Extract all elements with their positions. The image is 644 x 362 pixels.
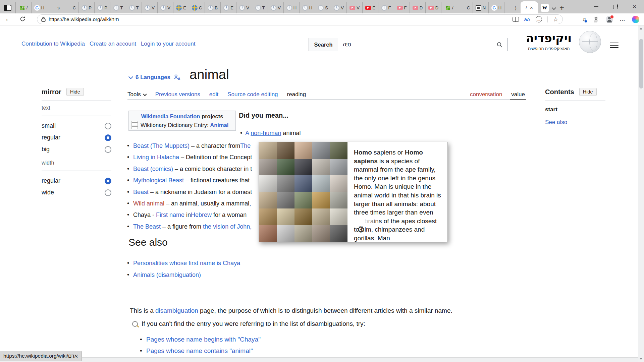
browser-tab[interactable]: P	[79, 2, 95, 13]
wikipedia-globe-logo[interactable]	[579, 31, 601, 53]
article-tab-link[interactable]: Previous versions	[155, 91, 200, 98]
inline-link[interactable]: Wild animal	[133, 200, 164, 207]
see-also-link[interactable]: Personalities whose first name is Chaya	[127, 257, 240, 269]
tab-actions-button[interactable]	[0, 2, 16, 13]
favorite-star-icon[interactable]: ☆	[553, 16, 558, 23]
radio-option-row[interactable]: regular	[42, 175, 111, 187]
header-link[interactable]: Login to your account	[141, 41, 196, 47]
radio-option-row[interactable]: wide	[42, 187, 111, 198]
collections-icon[interactable]	[593, 16, 599, 23]
inline-link[interactable]: The	[240, 142, 251, 149]
toc-item-start[interactable]: start	[545, 106, 605, 113]
inline-link[interactable]: First name	[156, 212, 184, 218]
browser-tab[interactable]: F	[394, 2, 410, 13]
browser-tab[interactable]: F	[378, 2, 394, 13]
browser-tab[interactable]: GH	[489, 2, 504, 13]
browser-tab[interactable]: C	[63, 2, 79, 13]
article-tab-link[interactable]: edit	[209, 91, 218, 98]
tab-reading[interactable]: reading	[287, 91, 306, 98]
inline-link[interactable]: disambiguation	[155, 307, 198, 314]
inline-link[interactable]: Beast (comics)	[133, 166, 173, 172]
tools-menu[interactable]: Tools	[127, 91, 146, 98]
browser-tab[interactable]: T	[110, 2, 126, 13]
browser-tab[interactable]: D	[410, 2, 426, 13]
tab-conversation[interactable]: conversation	[470, 91, 502, 98]
inline-link[interactable]: Beast	[133, 189, 149, 195]
radio-regular[interactable]	[105, 134, 111, 141]
translate-icon[interactable]: aA	[524, 16, 530, 22]
page-preview-popup[interactable]: Homo sapiens or Homo sapiens is a specie…	[259, 142, 448, 242]
split-screen-icon[interactable]	[513, 17, 519, 22]
radio-regular[interactable]	[105, 178, 111, 184]
browser-tab[interactable]: B	[205, 2, 221, 13]
scroll-down-arrow[interactable]	[640, 358, 642, 360]
hamburger-menu-icon[interactable]	[610, 41, 619, 50]
browser-tab[interactable]: T	[252, 2, 268, 13]
contents-hide-button[interactable]: Hide	[579, 88, 597, 96]
search-button[interactable]: Search	[309, 38, 338, 51]
browser-tab[interactable]: )	[504, 2, 520, 13]
browser-tab[interactable]: D	[426, 2, 441, 13]
reading-options-icon[interactable]: …	[536, 16, 542, 22]
browser-tab[interactable]: GH	[32, 2, 47, 13]
new-tab-button[interactable]: +	[556, 2, 568, 13]
inline-link[interactable]: non-human	[251, 130, 281, 136]
minimize-button[interactable]	[587, 0, 606, 13]
refresh-button[interactable]	[19, 16, 26, 23]
scrollbar-thumb[interactable]	[639, 39, 643, 88]
languages-control[interactable]: 6 Languages A	[129, 73, 181, 81]
tab-value-active[interactable]: value	[511, 91, 525, 98]
copilot-icon[interactable]	[632, 16, 639, 23]
browser-tab[interactable]: s	[47, 2, 63, 13]
inline-link[interactable]: Wikimedia Foundation	[141, 113, 200, 119]
wikipedia-tab[interactable]: W	[538, 2, 551, 13]
radio-wide[interactable]	[105, 189, 111, 196]
back-button[interactable]: ←	[5, 14, 12, 23]
browser-tab[interactable]: C	[457, 2, 473, 13]
tab-close-icon[interactable]: ×	[530, 5, 533, 10]
inline-link[interactable]: the vision of John,	[203, 223, 252, 230]
see-also-link[interactable]: Animals (disambiguation)	[127, 269, 240, 281]
browser-tab[interactable]: V	[268, 2, 284, 13]
hint-link[interactable]: Pages whose name begins with "Chaya"	[140, 334, 261, 345]
article-tab-link[interactable]: Source code editing	[227, 91, 278, 98]
browser-tab[interactable]: /	[441, 2, 457, 13]
inline-link[interactable]: Mythological Beast	[133, 177, 184, 184]
search-input[interactable]	[343, 42, 496, 48]
radio-option-row[interactable]: big	[42, 143, 111, 155]
browser-tab[interactable]: E	[363, 2, 378, 13]
vertical-scrollbar[interactable]	[638, 25, 644, 362]
header-link[interactable]: Contribution to Wikipedia	[21, 41, 85, 47]
browser-tab[interactable]: V	[236, 2, 252, 13]
inline-link[interactable]: Hebrew	[191, 212, 212, 218]
browser-tab[interactable]: H	[284, 2, 300, 13]
browser-tab[interactable]: P	[95, 2, 110, 13]
radio-option-row[interactable]: regular	[42, 132, 111, 143]
toc-item-see-also[interactable]: See also	[545, 119, 605, 126]
horizontal-scrollbar[interactable]	[0, 357, 638, 362]
browser-tab[interactable]: S	[315, 2, 331, 13]
inline-link[interactable]: Beast (The Muppets)	[133, 142, 190, 149]
browser-tab[interactable]: V	[331, 2, 347, 13]
browser-tab[interactable]: V	[347, 2, 363, 13]
url-text[interactable]: https://he.wikipedia.org/wiki/חיה	[49, 16, 119, 22]
radio-big[interactable]	[105, 146, 111, 153]
sidebar-hide-button[interactable]: Hide	[66, 88, 84, 96]
header-link[interactable]: Create an account	[90, 41, 136, 47]
radio-option-row[interactable]: small	[42, 120, 111, 132]
browser-tab[interactable]: C	[189, 2, 205, 13]
browser-tab[interactable]: V	[158, 2, 173, 13]
scroll-up-arrow[interactable]	[640, 27, 642, 29]
search-icon[interactable]	[496, 42, 503, 48]
hint-link[interactable]: Pages whose name contains "animal"	[140, 345, 261, 357]
settings-more-icon[interactable]: …	[620, 16, 626, 23]
inline-link[interactable]: Animal	[210, 122, 228, 128]
maximize-button[interactable]	[606, 0, 625, 13]
inline-link[interactable]: Living in Halacha	[133, 154, 179, 161]
radio-small[interactable]	[105, 123, 111, 129]
close-button[interactable]: ×	[625, 0, 644, 13]
browser-tab[interactable]: E	[173, 2, 189, 13]
wikipedia-wordmark[interactable]: ויקיפדיה האנציקלופדיה החופשית	[520, 31, 578, 51]
active-tab[interactable]: / ×	[521, 1, 538, 13]
tab-list-chevron-icon[interactable]	[551, 2, 556, 13]
